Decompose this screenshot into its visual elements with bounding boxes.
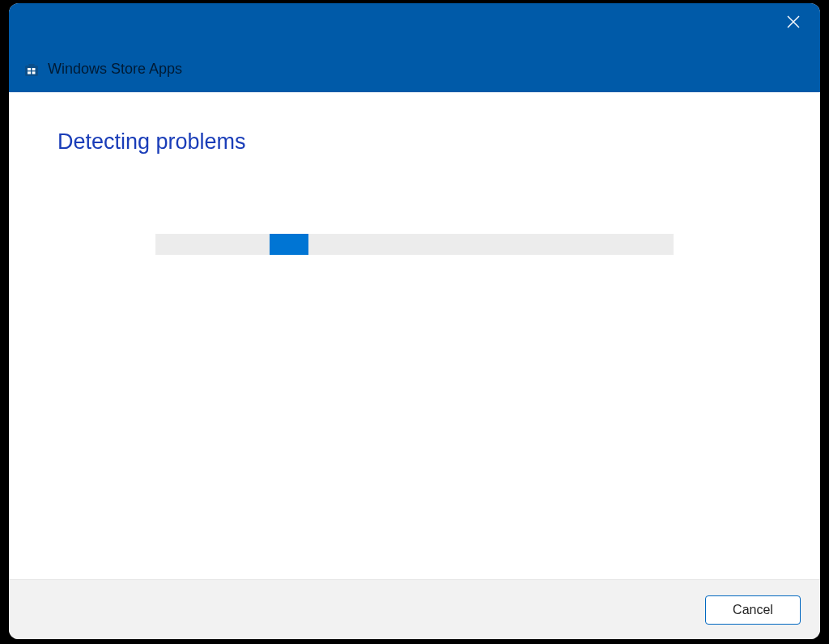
window-title: Windows Store Apps [48,61,182,78]
troubleshooter-window: Windows Store Apps Detecting problems Ca… [9,3,820,639]
svg-rect-1 [28,68,31,70]
store-icon [23,61,40,78]
progress-chunk [270,234,308,255]
progress-bar [155,234,674,255]
footer: Cancel [9,579,820,639]
svg-rect-2 [32,68,36,70]
progress-track [155,234,674,255]
titlebar: Windows Store Apps [9,3,820,92]
titlebar-left: Windows Store Apps [23,61,182,78]
page-heading: Detecting problems [57,129,772,155]
close-icon [787,15,800,31]
svg-rect-0 [25,66,38,76]
cancel-button[interactable]: Cancel [705,595,801,625]
content-area: Detecting problems [9,92,820,579]
close-button[interactable] [775,10,812,36]
svg-rect-3 [28,71,31,74]
svg-rect-4 [32,71,36,74]
